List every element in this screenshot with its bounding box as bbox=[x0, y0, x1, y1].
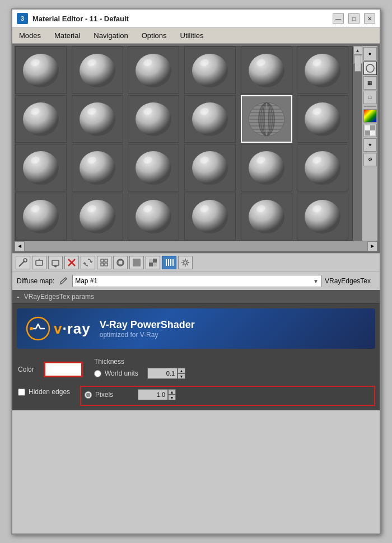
pixels-row: Pixels ▲ ▼ bbox=[85, 389, 371, 400]
vray-product-info: V-Ray PowerShader optimized for V-Ray bbox=[100, 319, 195, 339]
menu-utilities[interactable]: Utilities bbox=[174, 30, 211, 41]
material-cell[interactable] bbox=[72, 144, 123, 191]
pixels-label: Pixels bbox=[95, 391, 134, 399]
checker-bg-btn[interactable] bbox=[363, 124, 377, 137]
scrollbar-thumb[interactable] bbox=[354, 55, 361, 72]
svg-point-44 bbox=[80, 151, 115, 185]
world-units-input[interactable] bbox=[147, 368, 178, 379]
world-units-row: World units ▲ ▼ bbox=[94, 368, 374, 379]
side-toolbar: ● ▦ □ bbox=[362, 46, 377, 241]
sphere-outline-btn[interactable] bbox=[363, 62, 377, 75]
material-cell[interactable] bbox=[128, 95, 179, 143]
pick-material-btn[interactable] bbox=[16, 256, 30, 269]
show-bars-btn[interactable] bbox=[162, 256, 176, 269]
dropdown-arrow-icon: ▼ bbox=[313, 278, 319, 284]
show-map-btn[interactable] bbox=[113, 256, 128, 269]
material-cell[interactable] bbox=[297, 144, 348, 191]
hidden-edges-checkbox[interactable] bbox=[18, 388, 25, 396]
background-btn[interactable] bbox=[129, 256, 144, 269]
material-cell[interactable] bbox=[241, 46, 292, 94]
material-cell[interactable] bbox=[297, 95, 348, 143]
svg-rect-86 bbox=[149, 259, 153, 263]
put-material-btn[interactable] bbox=[48, 256, 63, 269]
material-cell[interactable] bbox=[297, 46, 348, 94]
scroll-right-button[interactable]: ▶ bbox=[367, 241, 377, 251]
minimize-button[interactable]: — bbox=[333, 13, 344, 24]
svg-line-96 bbox=[60, 282, 60, 285]
material-grid-area: ▲ ▼ ● ▦ □ bbox=[12, 44, 380, 253]
options-gear-btn[interactable] bbox=[178, 256, 193, 269]
svg-rect-90 bbox=[166, 259, 167, 266]
mat-effects-btn[interactable] bbox=[97, 256, 111, 269]
bottom-toolbar bbox=[12, 253, 380, 272]
menu-options[interactable]: Options bbox=[135, 30, 174, 41]
svg-rect-68 bbox=[370, 125, 375, 130]
svg-rect-82 bbox=[105, 263, 108, 266]
make-unique-btn[interactable] bbox=[81, 256, 95, 269]
material-cell[interactable] bbox=[241, 144, 292, 191]
material-cell[interactable] bbox=[128, 46, 179, 94]
material-cell[interactable] bbox=[241, 95, 292, 143]
menu-material[interactable]: Material bbox=[48, 30, 87, 41]
pixels-up[interactable]: ▲ bbox=[168, 389, 176, 395]
svg-rect-80 bbox=[105, 259, 108, 262]
settings-btn[interactable]: ⚙ bbox=[363, 153, 377, 166]
material-cell[interactable] bbox=[15, 46, 67, 94]
eyedropper-button[interactable] bbox=[58, 275, 69, 287]
diffuse-label: Diffuse map: bbox=[17, 277, 54, 285]
pixels-input[interactable] bbox=[138, 389, 168, 400]
reset-material-btn[interactable] bbox=[64, 256, 79, 269]
sphere-btn[interactable]: ● bbox=[363, 47, 377, 60]
pixels-section: Pixels ▲ ▼ bbox=[80, 386, 375, 406]
material-cell[interactable] bbox=[72, 95, 123, 143]
color-label: Color bbox=[18, 366, 38, 373]
svg-point-12 bbox=[23, 102, 59, 136]
color-swatch[interactable] bbox=[44, 362, 83, 377]
scroll-left-button[interactable]: ◀ bbox=[15, 241, 25, 251]
collapse-button[interactable]: - bbox=[17, 292, 20, 301]
svg-point-6 bbox=[192, 54, 228, 87]
material-cell[interactable] bbox=[184, 46, 236, 94]
material-cell[interactable] bbox=[128, 193, 179, 240]
material-cell[interactable] bbox=[184, 193, 236, 240]
material-cell[interactable] bbox=[15, 193, 67, 240]
material-cell[interactable] bbox=[72, 193, 123, 240]
material-cell[interactable] bbox=[15, 144, 67, 191]
pixels-spinner: ▲ ▼ bbox=[138, 389, 176, 400]
menu-modes[interactable]: Modes bbox=[12, 30, 48, 41]
svg-point-52 bbox=[305, 151, 340, 185]
hidden-edges-row: Hidden edges bbox=[17, 386, 76, 398]
svg-point-60 bbox=[192, 200, 228, 233]
menu-navigation[interactable]: Navigation bbox=[87, 30, 134, 41]
material-cell[interactable] bbox=[128, 144, 179, 191]
material-cell[interactable] bbox=[72, 46, 123, 94]
color-row: Color Thickness World units ▲ ▼ bbox=[12, 353, 380, 386]
map-dropdown[interactable]: Map #1 ▼ bbox=[72, 275, 321, 287]
close-button[interactable]: ✕ bbox=[364, 13, 375, 24]
vray-logo: v·ray bbox=[26, 316, 91, 341]
window-controls: — □ ✕ bbox=[333, 13, 375, 24]
material-cell[interactable] bbox=[184, 95, 236, 143]
world-units-down[interactable]: ▼ bbox=[178, 373, 185, 379]
checker-bg-btn[interactable] bbox=[146, 256, 160, 269]
vray-logo-text: v·ray bbox=[54, 320, 91, 338]
world-units-radio[interactable] bbox=[94, 370, 101, 377]
get-material-btn[interactable] bbox=[32, 256, 46, 269]
pixels-radio[interactable] bbox=[85, 391, 92, 399]
pixels-down[interactable]: ▼ bbox=[168, 395, 176, 400]
svg-point-10 bbox=[305, 54, 340, 87]
maximize-button[interactable]: □ bbox=[348, 13, 360, 24]
color-btn[interactable] bbox=[363, 109, 377, 123]
scroll-h-track[interactable] bbox=[25, 241, 367, 251]
params-title: VRayEdgesTex params bbox=[24, 293, 94, 301]
box-btn[interactable]: □ bbox=[363, 91, 377, 104]
material-cell[interactable] bbox=[297, 193, 348, 240]
material-cell[interactable] bbox=[184, 144, 236, 191]
material-cell[interactable] bbox=[241, 193, 292, 240]
scroll-up-button[interactable]: ▲ bbox=[353, 46, 362, 55]
world-units-up[interactable]: ▲ bbox=[178, 368, 185, 373]
checker-btn[interactable]: ▦ bbox=[363, 76, 377, 90]
svg-point-18 bbox=[192, 102, 228, 136]
light-btn[interactable]: ✦ bbox=[363, 138, 377, 152]
material-cell[interactable] bbox=[15, 95, 67, 143]
